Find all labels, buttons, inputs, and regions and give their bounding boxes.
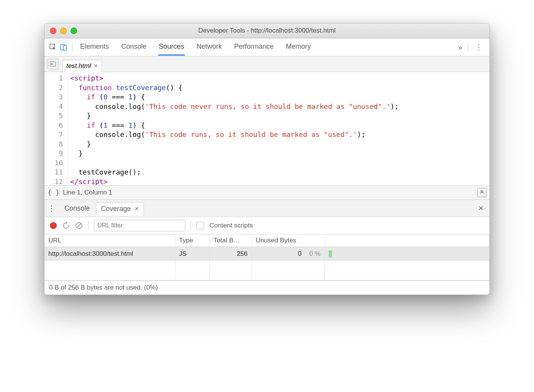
tab-sources[interactable]: Sources [158,39,185,56]
line-number-gutter: 123456789101112 [44,72,68,185]
tab-elements[interactable]: Elements [79,39,110,56]
file-tab-label: test.html [66,62,91,70]
file-tab-bar: test.html × [44,56,490,72]
coverage-row-empty [44,261,490,280]
clear-icon[interactable] [75,222,83,229]
drawer-tab-bar: ⋮ Console Coverage × × [44,200,490,217]
svg-line-6 [77,224,81,228]
tab-performance[interactable]: Performance [233,39,274,56]
close-drawer-tab-button[interactable]: × [135,205,139,213]
col-total[interactable]: Total B… [209,234,252,247]
device-toolbar-icon[interactable] [58,43,69,51]
drawer-tab-console[interactable]: Console [60,202,94,215]
panel-tabs: Elements Console Sources Network Perform… [79,39,456,56]
drawer-tab-coverage[interactable]: Coverage × [96,202,144,216]
col-bar [325,234,490,247]
content-scripts-label: Content scripts [209,222,253,229]
main-toolbar: Elements Console Sources Network Perform… [44,38,490,56]
toggle-bottom-panel-button[interactable] [477,188,486,197]
url-filter-input[interactable] [94,220,185,231]
drawer-tab-label: Coverage [101,205,131,213]
cell-type: JS [175,247,209,261]
more-tabs-button[interactable]: » [456,43,465,52]
drawer-menu-button[interactable]: ⋮ [47,204,58,213]
close-drawer-button[interactable]: × [475,203,487,213]
code-content: <script> function testCoverage() { if (0… [68,72,401,185]
coverage-table: URL Type Total B… Unused Bytes http://lo… [44,234,490,280]
file-tab-test-html[interactable]: test.html × [62,60,102,72]
code-editor[interactable]: 123456789101112 <script> function testCo… [44,72,490,185]
devtools-window: Developer Tools - http://localhost:3000/… [44,23,490,295]
tab-console[interactable]: Console [120,39,147,56]
cell-total: 256 [209,247,252,261]
window-title: Developer Tools - http://localhost:3000/… [44,27,490,35]
reload-icon[interactable] [62,222,70,229]
titlebar: Developer Tools - http://localhost:3000/… [44,23,490,38]
col-unused[interactable]: Unused Bytes [252,234,325,247]
settings-menu-button[interactable]: ⋮ [471,43,486,52]
coverage-row[interactable]: http://localhost:3000/test.html JS 256 0… [44,247,490,261]
cell-unused: 0 0 % [252,247,325,261]
coverage-summary: 0 B of 256 B bytes are not used. (0%) [44,280,490,295]
editor-status-bar: { } Line 1, Column 1 [44,185,490,200]
col-url[interactable]: URL [44,234,175,247]
pretty-print-button[interactable]: { } [48,189,63,196]
cursor-position: Line 1, Column 1 [63,189,112,196]
show-navigator-button[interactable] [48,59,58,69]
content-scripts-checkbox[interactable] [196,222,204,229]
coverage-header-row: URL Type Total B… Unused Bytes [44,234,490,247]
record-button[interactable] [50,222,57,229]
close-file-tab-button[interactable]: × [94,63,97,69]
cell-bar [325,247,490,261]
usage-bar-icon [329,250,332,257]
tab-network[interactable]: Network [196,39,222,56]
cell-url: http://localhost:3000/test.html [44,247,175,261]
coverage-toolbar: Content scripts [44,217,490,234]
svg-rect-2 [63,46,66,50]
col-type[interactable]: Type [175,234,209,247]
inspect-element-icon[interactable] [48,43,58,51]
tab-memory[interactable]: Memory [285,39,312,56]
